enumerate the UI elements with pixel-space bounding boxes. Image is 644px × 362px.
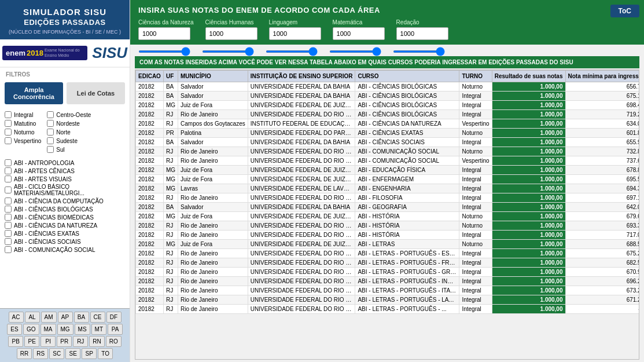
state-btn-to[interactable]: TO xyxy=(98,348,113,359)
table-cell: UNIVERSIDADE FEDERAL DA BAHIA xyxy=(248,92,355,101)
table-cell: RJ xyxy=(163,221,178,231)
course-checkbox[interactable] xyxy=(5,222,12,229)
score-slider-0[interactable] xyxy=(138,50,190,53)
state-btn-sp[interactable]: SP xyxy=(82,348,97,359)
table-cell: 1.000,00 xyxy=(492,286,565,295)
score-slider-4[interactable] xyxy=(393,50,445,53)
table-cell: 1.000,00 xyxy=(492,295,565,305)
regiao-sul-checkbox[interactable] xyxy=(47,146,54,153)
table-cell: 20182 xyxy=(136,286,164,295)
state-btn-ms[interactable]: MS xyxy=(75,324,90,335)
table-cell: 1.000,00 xyxy=(492,156,565,166)
regiao-sudeste-checkbox[interactable] xyxy=(47,137,54,144)
toc-button[interactable]: ToC xyxy=(610,5,639,17)
state-btn-mt[interactable]: MT xyxy=(91,324,106,335)
table-cell: ABI - EDUCAÇÃO FÍSICA xyxy=(355,166,459,175)
table-cell: 1.000,00 xyxy=(492,166,565,175)
table-cell: MG xyxy=(163,212,178,221)
table-cell: Noturno xyxy=(459,221,492,231)
state-btn-ma[interactable]: MA xyxy=(41,324,56,335)
table-cell: 1.000,00 xyxy=(492,184,565,193)
table-cell: ABI - ENGENHARIA xyxy=(355,184,459,193)
course-item: ABI - ARTES CÊNICAS xyxy=(5,167,125,175)
state-btn-rr[interactable]: RR xyxy=(17,348,32,359)
table-cell: 1.000,00 xyxy=(492,82,565,92)
course-checkbox[interactable] xyxy=(5,214,12,221)
ampla-concorrencia-button[interactable]: Ampla Concorrência xyxy=(5,82,63,104)
score-slider-3[interactable] xyxy=(329,50,381,53)
turno-matutino-checkbox[interactable] xyxy=(5,120,12,127)
state-btn-al[interactable]: AL xyxy=(25,312,40,323)
table-cell: RJ xyxy=(163,147,178,156)
table-cell: UNIVERSIDADE FEDERAL DE JUIZ DE FORA xyxy=(248,212,355,221)
table-notice: COM AS NOTAS INSERIDAS ACIMA VOCÊ PODE V… xyxy=(135,56,639,68)
state-btn-rj[interactable]: RJ xyxy=(73,336,88,347)
score-input-2[interactable] xyxy=(269,27,321,40)
regiao-nordeste-checkbox[interactable] xyxy=(47,120,54,127)
turno-noturno-checkbox[interactable] xyxy=(5,129,12,136)
table-row: 20182RJCampos dos GoytacazesINSTITUTO FE… xyxy=(136,119,640,129)
table-cell: 1.000,00 xyxy=(492,221,565,231)
state-btn-rs[interactable]: RS xyxy=(33,348,48,359)
course-checkbox[interactable] xyxy=(5,187,12,193)
table-cell: 20182 xyxy=(136,138,164,147)
state-bar: ACALAMAPBACEDFESGOMAMGMSMTPAPBPEPIPRRJRN… xyxy=(0,308,130,362)
state-btn-pb[interactable]: PB xyxy=(8,336,23,347)
course-checkbox[interactable] xyxy=(5,175,12,182)
table-row: 20182MGJuiz de ForaUNIVERSIDADE FEDERAL … xyxy=(136,166,640,175)
score-slider-1[interactable] xyxy=(202,50,254,53)
table-row: 20182RJRio de JaneiroUNIVERSIDADE FEDERA… xyxy=(136,147,640,156)
state-btn-am[interactable]: AM xyxy=(41,312,57,323)
turno-noturno-label: Noturno xyxy=(14,129,35,136)
state-btn-ce[interactable]: CE xyxy=(90,312,105,323)
regiao-norte-checkbox[interactable] xyxy=(47,129,54,136)
state-btn-ro[interactable]: RO xyxy=(106,336,122,347)
score-field-0: Ciências da Natureza xyxy=(138,19,194,40)
score-field-4: Redação xyxy=(396,19,448,40)
score-input-3[interactable] xyxy=(333,27,385,40)
table-cell: RJ xyxy=(163,231,178,240)
state-btn-go[interactable]: GO xyxy=(23,324,39,335)
state-btn-sc[interactable]: SC xyxy=(49,348,64,359)
score-input-4[interactable] xyxy=(396,27,448,40)
turno-vespertino-checkbox[interactable] xyxy=(5,137,12,144)
course-checkbox[interactable] xyxy=(5,167,12,174)
state-btn-ap[interactable]: AP xyxy=(58,312,73,323)
state-btn-pi[interactable]: PI xyxy=(41,336,56,347)
state-btn-pa[interactable]: PA xyxy=(108,324,123,335)
table-row: 20182MGJuiz de ForaUNIVERSIDADE FEDERAL … xyxy=(136,175,640,184)
table-cell: ABI - HISTÓRIA xyxy=(355,221,459,231)
turno-integral-checkbox[interactable] xyxy=(5,111,12,118)
table-cell: 642.01 xyxy=(565,203,639,212)
course-item: ABI - CIÊNCIA DA COMPUTAÇÃO xyxy=(5,197,125,205)
state-btn-pe[interactable]: PE xyxy=(24,336,39,347)
table-cell: 1.000,00 xyxy=(492,249,565,258)
lei-de-cotas-button[interactable]: Lei de Cotas xyxy=(67,82,125,104)
state-btn-rn[interactable]: RN xyxy=(89,336,104,347)
table-cell: 656.79 xyxy=(565,82,639,92)
state-btn-pr[interactable]: PR xyxy=(57,336,72,347)
table-cell: UNIVERSIDADE FEDERAL DO RIO DE JANEIRO xyxy=(248,156,355,166)
state-btn-se[interactable]: SE xyxy=(65,348,80,359)
course-checkbox[interactable] xyxy=(5,206,12,213)
table-cell: Juiz de Fora xyxy=(178,212,248,221)
state-btn-ac[interactable]: AC xyxy=(9,312,24,323)
state-btn-es[interactable]: ES xyxy=(7,324,22,335)
course-checkbox[interactable] xyxy=(5,238,12,245)
state-btn-df[interactable]: DF xyxy=(106,312,122,323)
state-btn-ba[interactable]: BA xyxy=(74,312,89,323)
course-checkbox[interactable] xyxy=(5,198,12,204)
table-wrapper[interactable]: EDICAOUFMUNICÍPIOINSTITUIÇÃO DE ENSINO S… xyxy=(135,70,639,360)
score-input-0[interactable] xyxy=(138,27,190,40)
course-checkbox[interactable] xyxy=(5,246,12,253)
score-slider-2[interactable] xyxy=(266,50,318,53)
course-checkbox[interactable] xyxy=(5,159,12,166)
regiao-centrooeste-checkbox[interactable] xyxy=(47,111,54,118)
table-cell: 1.000,00 xyxy=(492,203,565,212)
table-row: 20182RJRio de JaneiroUNIVERSIDADE FEDERA… xyxy=(136,156,640,166)
course-checkbox[interactable] xyxy=(5,230,12,237)
score-input-1[interactable] xyxy=(205,27,257,40)
table-column-header: CURSO xyxy=(355,71,459,82)
table-row: 20182MGJuiz de ForaUNIVERSIDADE FEDERAL … xyxy=(136,212,640,221)
state-btn-mg[interactable]: MG xyxy=(57,324,73,335)
